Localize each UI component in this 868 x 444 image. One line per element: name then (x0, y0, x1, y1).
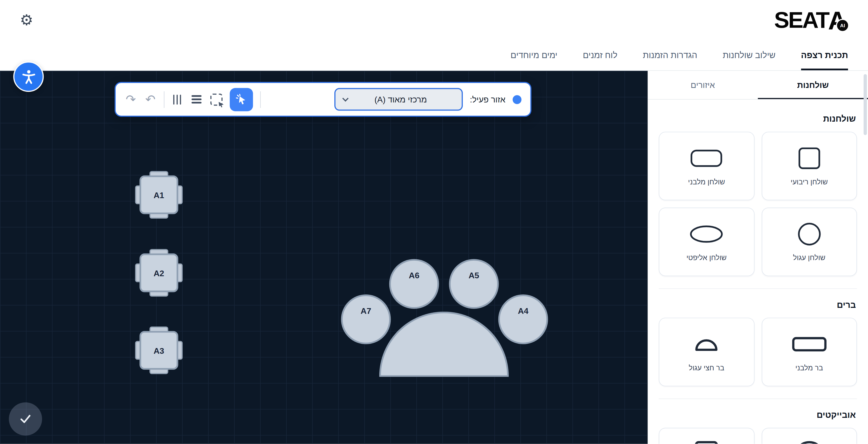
card-square-table[interactable]: שולחן ריבועי (762, 132, 857, 200)
card-label: שולחן ריבועי (791, 178, 828, 186)
sidebar-tabs: שולחנות איזורים (648, 71, 868, 100)
logo-ai-badge: AI (836, 19, 849, 32)
table-a3[interactable]: A3 (135, 326, 183, 374)
pointer-cursor-icon (236, 93, 248, 105)
table-label: A1 (154, 190, 164, 199)
accessibility-person-icon (20, 68, 37, 85)
table-a2[interactable]: A2 (135, 249, 183, 297)
half-round-table[interactable] (379, 312, 509, 377)
table-label: A3 (154, 346, 164, 355)
tab-special-days[interactable]: ימים מיוחדים (510, 40, 557, 70)
tab-table-combinations[interactable]: שילוב שולחנות (723, 40, 776, 70)
marquee-cursor-icon (218, 101, 224, 107)
undo-icon[interactable]: ↶ (144, 93, 157, 105)
distribute-rows-icon[interactable] (190, 95, 204, 103)
checkmark-icon (18, 412, 32, 426)
seat-label: A5 (468, 271, 479, 280)
toolbar-divider (164, 91, 164, 107)
seat-label: A4 (518, 306, 528, 315)
active-zone-value: מרכזי מאוד (A) (348, 95, 454, 104)
zone-color-dot (513, 95, 521, 104)
card-label: שולחן עגול (793, 253, 826, 262)
card-rectangle-table[interactable]: שולחן מלבני (659, 132, 754, 200)
card-grid: בר מלבני בר חצי עגול (659, 318, 857, 386)
floor-plan-canvas[interactable]: ↷ ↶ מרכזי מאוד (A) (0, 71, 648, 444)
tab-reservation-settings[interactable]: הגדרות הזמנות (643, 40, 697, 70)
active-zone-select[interactable]: מרכזי מאוד (A) (334, 88, 463, 110)
main-nav: תכנית רצפה שילוב שולחנות הגדרות הזמנות ל… (0, 40, 868, 71)
seat-a4[interactable]: A4 (498, 294, 548, 344)
section-title: אובייקטים (659, 410, 856, 420)
logo-text: SEAT (774, 7, 829, 33)
card-oval-table[interactable]: שולחן אליפטי (659, 208, 754, 276)
viewport: ⚙ SEATA AI תכנית רצפה שילוב שולחנות הגדר… (0, 0, 868, 444)
table-a1[interactable]: A1 (135, 171, 183, 219)
card-grid: שולחן ריבועי שולחן מלבני שולחן עגול (659, 132, 857, 276)
active-zone-label: אזור פעיל: (470, 95, 505, 104)
redo-icon[interactable]: ↷ (125, 93, 137, 105)
round-table-icon (797, 222, 822, 246)
half-round-bar-icon (692, 332, 721, 356)
sidebar: שולחנות איזורים שולחנות שולחן ריבועי (648, 71, 868, 444)
table-surface: A1 (140, 175, 178, 214)
card-object-1[interactable] (762, 428, 857, 444)
section-objects: אובייקטים (659, 399, 857, 444)
distribute-columns-icon[interactable] (172, 94, 183, 104)
square-table-icon (797, 146, 821, 170)
section-title: שולחנות (659, 114, 856, 124)
card-half-round-bar[interactable]: בר חצי עגול (659, 318, 754, 386)
table-surface: A3 (140, 331, 178, 370)
confirm-button[interactable] (9, 402, 42, 436)
sidebar-content: שולחנות שולחן ריבועי שולחן מלבני (648, 100, 868, 444)
card-label: בר חצי עגול (689, 363, 724, 372)
pointer-tool-button[interactable] (230, 88, 253, 111)
sidebar-scrollbar[interactable] (864, 74, 867, 135)
seat-label: A7 (361, 306, 371, 315)
card-label: שולחן אליפטי (686, 253, 726, 262)
table-label: A2 (154, 268, 164, 278)
seat-a7[interactable]: A7 (341, 294, 391, 344)
card-round-table[interactable]: שולחן עגול (762, 208, 857, 276)
section-tables: שולחנות שולחן ריבועי שולחן מלבני (659, 114, 857, 276)
marquee-select-icon[interactable] (211, 93, 223, 105)
canvas-toolbar: ↷ ↶ מרכזי מאוד (A) (115, 82, 531, 117)
sidebar-tab-zones[interactable]: איזורים (648, 71, 758, 99)
toolbar-divider (260, 91, 261, 107)
object-rectangle-icon (693, 436, 720, 444)
card-label: שולחן מלבני (688, 178, 725, 186)
rectangle-table-icon (690, 146, 723, 170)
object-ellipse-icon (796, 436, 823, 444)
seat-a5[interactable]: A5 (449, 259, 499, 309)
seat-label: A6 (409, 271, 420, 280)
seat-a6[interactable]: A6 (389, 259, 439, 309)
app-screen: ⚙ SEATA AI תכנית רצפה שילוב שולחנות הגדר… (0, 0, 868, 444)
section-bars: ברים בר מלבני בר חצי עגול (659, 288, 857, 386)
tab-floor-plan[interactable]: תכנית רצפה (801, 40, 848, 70)
card-grid (659, 428, 857, 444)
card-label: בר מלבני (795, 363, 823, 372)
sidebar-tab-tables[interactable]: שולחנות (758, 71, 868, 99)
card-rectangle-bar[interactable]: בר מלבני (762, 318, 857, 386)
tab-schedule[interactable]: לוח זמנים (583, 40, 617, 70)
accessibility-button[interactable] (13, 61, 43, 92)
logo: SEATA AI (774, 5, 849, 35)
header: ⚙ SEATA AI (0, 0, 868, 40)
table-surface: A2 (140, 253, 178, 292)
section-title: ברים (659, 300, 856, 310)
card-object-2[interactable] (659, 428, 754, 444)
oval-table-icon (689, 222, 724, 246)
active-zone-cluster: מרכזי מאוד (A) אזור פעיל: (334, 88, 521, 110)
rectangle-bar-icon (792, 332, 827, 356)
settings-gear-icon[interactable]: ⚙ (20, 13, 33, 28)
